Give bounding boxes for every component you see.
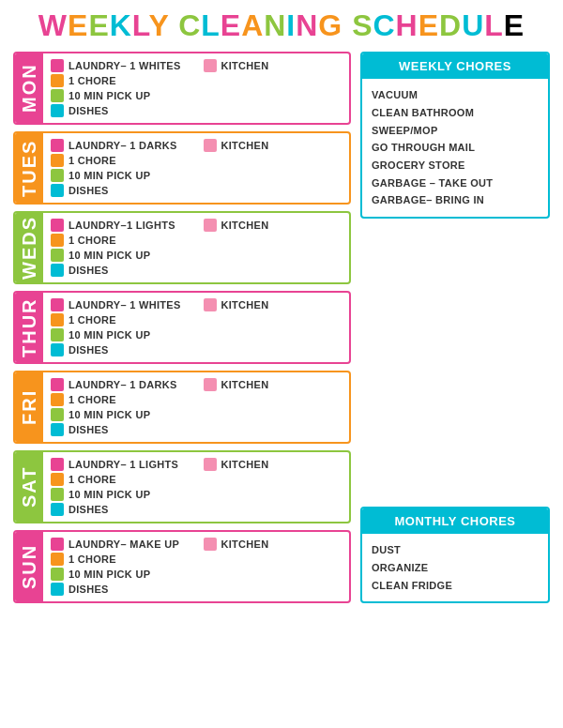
task-text: 1 CHORE xyxy=(68,155,343,166)
day-label-fri: FRI xyxy=(15,372,43,442)
task-row: LAUNDRY–1 LIGHTSKITCHEN xyxy=(51,219,343,232)
weekly-chores-header: WEEKLY CHORES xyxy=(362,53,548,79)
task-row: DISHES xyxy=(51,264,343,277)
task-text: 1 CHORE xyxy=(68,394,343,405)
kitchen-swatch xyxy=(204,139,217,152)
weekly-chore-item: VACUUM xyxy=(372,86,539,104)
page-container: WEEKLY CLEANING SCHEDULE MONLAUNDRY– 1 W… xyxy=(13,9,550,603)
task-row: 10 MIN PICK UP xyxy=(51,568,343,581)
task-row: LAUNDRY– 1 LIGHTSKITCHEN xyxy=(51,458,343,471)
task-swatch xyxy=(51,59,64,72)
day-tasks-sat: LAUNDRY– 1 LIGHTSKITCHEN1 CHORE10 MIN PI… xyxy=(43,452,349,522)
day-tasks-fri: LAUNDRY– 1 DARKSKITCHEN1 CHORE10 MIN PIC… xyxy=(43,372,349,442)
day-label-sat: SAT xyxy=(15,452,43,522)
day-card-tues: TUESLAUNDRY– 1 DARKSKITCHEN1 CHORE10 MIN… xyxy=(13,131,351,205)
day-tasks-weds: LAUNDRY–1 LIGHTSKITCHEN1 CHORE10 MIN PIC… xyxy=(43,213,349,282)
task-swatch xyxy=(51,219,64,232)
kitchen-label: KITCHEN xyxy=(221,220,344,231)
monthly-chores-body: DUSTORGANIZECLEAN FRIDGE xyxy=(362,534,548,601)
task-text: 10 MIN PICK UP xyxy=(68,489,343,500)
task-row: 10 MIN PICK UP xyxy=(51,89,343,102)
task-row: 1 CHORE xyxy=(51,74,343,87)
task-text: 10 MIN PICK UP xyxy=(68,250,343,261)
main-layout: MONLAUNDRY– 1 WHITESKITCHEN1 CHORE10 MIN… xyxy=(13,52,550,603)
task-swatch xyxy=(51,458,64,471)
task-row: 1 CHORE xyxy=(51,313,343,326)
task-swatch xyxy=(51,473,64,486)
task-swatch xyxy=(51,503,64,516)
kitchen-swatch xyxy=(204,219,217,232)
task-text: DISHES xyxy=(68,344,343,356)
task-row: 1 CHORE xyxy=(51,473,343,486)
task-row: 10 MIN PICK UP xyxy=(51,169,343,182)
task-text: DISHES xyxy=(68,584,343,595)
monthly-chore-item: DUST xyxy=(372,541,539,559)
days-column: MONLAUNDRY– 1 WHITESKITCHEN1 CHORE10 MIN… xyxy=(13,52,351,603)
task-row: 10 MIN PICK UP xyxy=(51,249,343,262)
weekly-chores-panel: WEEKLY CHORES VACUUMCLEAN BATHROOMSWEEP/… xyxy=(360,52,550,219)
task-text: LAUNDRY– 1 WHITES xyxy=(68,299,191,311)
task-text: 1 CHORE xyxy=(68,75,343,86)
task-swatch xyxy=(51,488,64,501)
task-row: LAUNDRY– 1 DARKSKITCHEN xyxy=(51,139,343,152)
task-row: LAUNDRY– 1 WHITESKITCHEN xyxy=(51,298,343,311)
task-swatch xyxy=(51,169,64,182)
task-row: DISHES xyxy=(51,503,343,516)
task-text: 10 MIN PICK UP xyxy=(68,90,343,101)
task-row: 10 MIN PICK UP xyxy=(51,488,343,501)
kitchen-swatch xyxy=(204,458,217,471)
task-text: DISHES xyxy=(68,185,343,196)
task-row: DISHES xyxy=(51,343,343,356)
weekly-chore-item: GROCERY STORE xyxy=(372,157,539,174)
right-column: WEEKLY CHORES VACUUMCLEAN BATHROOMSWEEP/… xyxy=(360,52,550,603)
task-text: DISHES xyxy=(68,504,343,515)
day-tasks-mon: LAUNDRY– 1 WHITESKITCHEN1 CHORE10 MIN PI… xyxy=(43,53,349,123)
monthly-chores-header: MONTHLY CHORES xyxy=(362,508,548,534)
task-row: 1 CHORE xyxy=(51,553,343,566)
kitchen-label: KITCHEN xyxy=(221,299,344,311)
kitchen-swatch xyxy=(204,59,217,72)
day-tasks-thur: LAUNDRY– 1 WHITESKITCHEN1 CHORE10 MIN PI… xyxy=(43,293,349,362)
kitchen-label: KITCHEN xyxy=(221,140,344,151)
task-text: 10 MIN PICK UP xyxy=(68,409,343,420)
task-swatch xyxy=(51,74,64,87)
kitchen-label: KITCHEN xyxy=(221,538,344,550)
kitchen-swatch xyxy=(204,538,217,551)
task-text: LAUNDRY– 1 DARKS xyxy=(68,379,191,390)
kitchen-swatch xyxy=(204,378,217,391)
weekly-chore-item: SWEEP/MOP xyxy=(372,122,539,140)
task-row: DISHES xyxy=(51,583,343,596)
task-text: DISHES xyxy=(68,424,343,435)
task-swatch xyxy=(51,393,64,406)
task-swatch xyxy=(51,154,64,167)
day-tasks-sun: LAUNDRY– MAKE UPKITCHEN1 CHORE10 MIN PIC… xyxy=(43,532,349,601)
day-label-weds: WEDS xyxy=(15,213,43,282)
task-swatch xyxy=(51,298,64,311)
task-text: LAUNDRY– 1 WHITES xyxy=(68,60,191,71)
kitchen-label: KITCHEN xyxy=(221,379,344,390)
task-row: 1 CHORE xyxy=(51,234,343,247)
task-row: LAUNDRY– 1 WHITESKITCHEN xyxy=(51,59,343,72)
task-swatch xyxy=(51,249,64,262)
day-card-weds: WEDSLAUNDRY–1 LIGHTSKITCHEN1 CHORE10 MIN… xyxy=(13,211,351,284)
task-swatch xyxy=(51,89,64,102)
weekly-chore-item: GARBAGE – TAKE OUT xyxy=(372,174,539,192)
task-swatch xyxy=(51,328,64,341)
task-swatch xyxy=(51,568,64,581)
task-row: 1 CHORE xyxy=(51,393,343,406)
monthly-chores-panel: MONTHLY CHORES DUSTORGANIZECLEAN FRIDGE xyxy=(360,507,550,603)
task-text: LAUNDRY– 1 LIGHTS xyxy=(68,459,191,470)
task-text: LAUNDRY– MAKE UP xyxy=(68,538,191,550)
task-swatch xyxy=(51,139,64,152)
task-row: DISHES xyxy=(51,184,343,197)
day-label-tues: TUES xyxy=(15,133,43,203)
task-swatch xyxy=(51,104,64,117)
task-text: DISHES xyxy=(68,105,343,116)
day-label-thur: THUR xyxy=(15,293,43,362)
task-swatch xyxy=(51,583,64,596)
task-text: 10 MIN PICK UP xyxy=(68,569,343,580)
task-text: 1 CHORE xyxy=(68,314,343,326)
monthly-chore-item: CLEAN FRIDGE xyxy=(372,577,539,595)
task-text: 10 MIN PICK UP xyxy=(68,329,343,341)
task-swatch xyxy=(51,313,64,326)
